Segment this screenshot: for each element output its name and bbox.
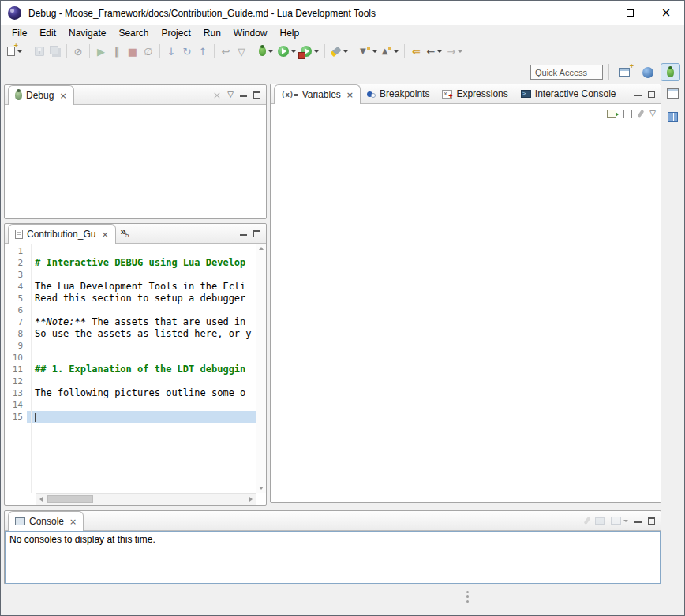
tab-variables[interactable]: (x)= Variables × [274, 84, 361, 104]
code-line[interactable]: 7**Note:** The assets that are used in [5, 316, 256, 328]
pin-console-button[interactable] [583, 517, 590, 525]
tab-interactive-console[interactable]: Interactive Console [515, 84, 623, 103]
menu-edit[interactable]: Edit [33, 26, 62, 40]
code-line[interactable]: 6 [5, 304, 256, 316]
minimize-view-button[interactable] [634, 92, 642, 96]
menu-file[interactable]: File [6, 26, 33, 40]
external-tools-button[interactable] [298, 43, 321, 60]
code-line[interactable]: 5Read this section to setup a debugger [5, 293, 256, 304]
terminate-button[interactable]: ■ [125, 43, 140, 60]
menu-run[interactable]: Run [197, 26, 227, 40]
drop-to-frame-button[interactable]: ↩ [218, 43, 234, 60]
scroll-left-arrow-icon[interactable] [39, 497, 43, 502]
trim-minimized-view-button[interactable] [664, 110, 680, 124]
menu-project[interactable]: Project [155, 26, 197, 40]
trim-restore-button[interactable] [664, 86, 680, 100]
tab-close-button[interactable]: × [59, 91, 66, 100]
tab-close-button[interactable]: × [69, 517, 77, 526]
last-edit-location-button[interactable]: ⇐ [408, 43, 424, 60]
minimize-view-button[interactable] [240, 232, 247, 236]
tab-close-button[interactable]: × [346, 91, 354, 99]
minimize-view-button[interactable] [634, 519, 642, 523]
app-icon[interactable] [8, 6, 21, 20]
debug-button[interactable] [256, 43, 275, 60]
code-line[interactable]: 14 [5, 399, 256, 411]
maximize-view-button[interactable] [253, 230, 260, 237]
forward-button[interactable]: → [444, 43, 465, 60]
code-line[interactable]: 2# Interactive DEBUG using Lua Develop [5, 257, 256, 269]
tab-debug[interactable]: Debug × [8, 85, 74, 105]
maximize-view-button[interactable] [648, 517, 655, 525]
debug-perspective-button[interactable] [661, 63, 680, 81]
minimize-view-button[interactable] [240, 93, 247, 97]
pin-view-button[interactable] [638, 110, 645, 118]
lua-perspective-button[interactable] [638, 63, 657, 81]
debug-editor-sash[interactable] [4, 219, 267, 223]
hidden-editors-indicator[interactable]: » 5 [116, 224, 134, 243]
maximize-view-button[interactable] [253, 91, 260, 99]
tab-contribution-guide[interactable]: Contribution_Gu × [8, 224, 116, 244]
code-line[interactable]: 15 [5, 411, 256, 423]
editor-vertical-scrollbar[interactable] [256, 244, 266, 493]
save-icon [35, 47, 44, 56]
menu-search[interactable]: Search [112, 26, 155, 40]
scroll-down-arrow-icon[interactable] [259, 487, 264, 490]
step-over-button[interactable]: ↻ [179, 43, 195, 60]
run-button[interactable] [275, 43, 298, 60]
menu-window[interactable]: Window [227, 26, 274, 40]
code-line[interactable]: 13The following pictures outline some o [5, 387, 256, 399]
open-perspective-button[interactable] [615, 63, 634, 81]
tab-close-button[interactable]: × [101, 230, 108, 239]
resume-button[interactable]: ▶ [93, 43, 109, 60]
menu-help[interactable]: Help [274, 26, 306, 40]
back-button[interactable]: ← [424, 43, 444, 60]
code-line[interactable]: 9 [5, 340, 256, 352]
view-menu-button[interactable]: ▽ [227, 91, 234, 99]
save-all-button[interactable] [47, 43, 63, 60]
maximize-button[interactable] [612, 1, 648, 25]
menu-navigate[interactable]: Navigate [62, 26, 112, 40]
next-annotation-button[interactable]: ▼ [357, 43, 380, 60]
step-return-button[interactable]: ↑ [195, 43, 211, 60]
suspend-button[interactable]: ‖ [109, 43, 125, 60]
tab-console[interactable]: Console × [8, 511, 84, 531]
code-line[interactable]: 4The Lua Development Tools in the Ecli [5, 281, 256, 293]
view-menu-button[interactable]: ▽ [649, 110, 656, 118]
scrollbar-thumb[interactable] [47, 495, 93, 503]
tab-breakpoints[interactable]: Breakpoints [361, 84, 436, 103]
scroll-up-arrow-icon[interactable] [259, 247, 264, 250]
code-line[interactable]: 3 [5, 269, 256, 281]
tab-expressions[interactable]: Expressions [436, 84, 514, 103]
save-all-icon [50, 46, 58, 54]
disconnect-button[interactable]: ∅ [140, 43, 156, 60]
close-button[interactable]: × [648, 1, 684, 25]
step-into-button[interactable]: ↓ [163, 43, 179, 60]
collapse-all-button[interactable] [623, 110, 632, 118]
new-wizard-button[interactable] [5, 43, 24, 60]
quick-access-input[interactable] [530, 65, 603, 80]
editor-horizontal-scrollbar[interactable] [36, 493, 256, 505]
code-line[interactable]: 11## 1. Explanation of the LDT debuggin [5, 364, 256, 375]
open-console-button[interactable] [611, 517, 628, 525]
tab-label: Console [29, 516, 64, 527]
vertical-sash[interactable] [267, 84, 270, 506]
code-line[interactable]: 8So use the assets as listed here, or y [5, 328, 256, 340]
previous-annotation-button[interactable]: ▲ [380, 43, 402, 60]
bottom-sash-grip[interactable] [466, 591, 469, 603]
display-console-button[interactable] [595, 517, 605, 525]
code-line[interactable]: 12 [5, 375, 256, 387]
console-sash[interactable] [4, 506, 661, 510]
minimize-button[interactable] [575, 1, 612, 25]
use-step-filters-button[interactable]: ▽ [234, 43, 249, 60]
skip-breakpoints-button[interactable]: ⊘ [70, 43, 86, 60]
code-segment: Read this section to setup a debugger [35, 293, 245, 304]
console-output[interactable]: No consoles to display at this time. [5, 531, 661, 584]
maximize-view-button[interactable] [648, 91, 655, 98]
remove-terminated-button[interactable]: × [212, 90, 221, 100]
code-line[interactable]: 10 [5, 352, 256, 364]
search-button[interactable] [328, 43, 350, 60]
scroll-right-arrow-icon[interactable] [249, 497, 253, 502]
save-button[interactable] [32, 43, 47, 60]
show-logical-structures-button[interactable] [607, 110, 616, 118]
code-line[interactable]: 1 [5, 245, 256, 257]
